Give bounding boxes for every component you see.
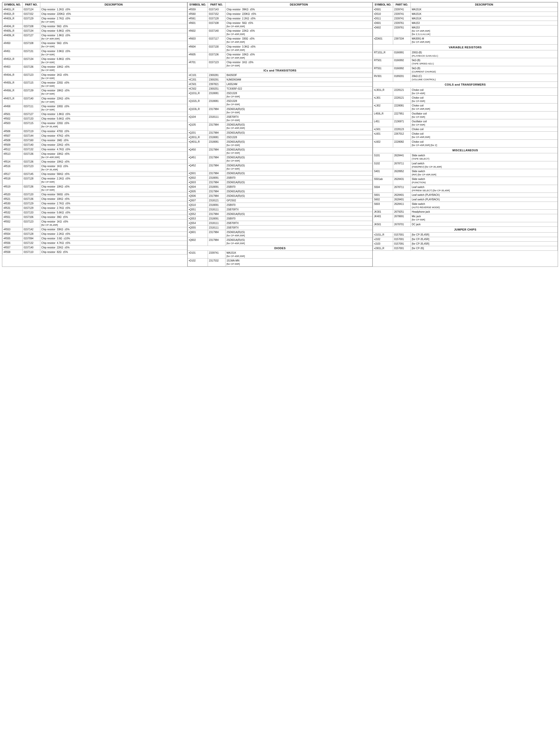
table-row: •R403L,R0157129Chip resistor 2.7KΩ ±5%[f…	[2, 16, 187, 24]
coils-section-header: COILS and TRANSFORMERS	[373, 82, 558, 88]
symbol-cell: •R531	[2, 206, 23, 210]
desc-cell: 2SD601A(R)/(S)	[225, 212, 372, 217]
symbol-cell: •R604	[188, 44, 208, 52]
desc-cell: MA153[for CP-45R,55R][for Z,S,V,AU,UK]	[411, 25, 558, 36]
symbol-cell: •R405L,R	[2, 28, 23, 33]
column-1: SYMBOL NO. PART NO. DESCRIPTION •R401L,R…	[2, 2, 188, 267]
desc-cell: 20kΩ·(C)(VOLUME CONTROL)	[411, 74, 558, 82]
col3-sym-header: SYMBOL NO.	[373, 2, 393, 7]
symbol-cell: •R502	[2, 117, 23, 121]
symbol-cell: •R403L,R	[2, 16, 23, 24]
table-row: •Q50623179842SD601A(R)/(S)	[188, 194, 372, 198]
symbol-cell: •Q101L,R	[188, 91, 208, 99]
table-row: •R5200157120Chip resistor 560Ω ±5%	[2, 192, 187, 197]
desc-cell: Chip resistor 220KΩ ±5%	[225, 11, 372, 16]
symbol-cell: •R517	[2, 172, 23, 176]
symbol-cell: •D102	[188, 258, 208, 266]
symbol-cell: •R532	[2, 210, 23, 215]
symbol-cell: RV301	[373, 74, 393, 82]
desc-cell: 2SB709TX	[225, 226, 372, 230]
symbol-cell: •R530	[2, 201, 23, 206]
part-cell: 0157110	[23, 250, 40, 254]
desc-cell: Leaf switch (PLAYBACK)	[411, 197, 558, 202]
symbol-cell: •Q103L,R	[188, 107, 208, 115]
symbol-cell: S501ab	[373, 177, 393, 185]
part-cell: 2628401	[393, 197, 411, 202]
col2-table: SYMBOL NO. PART NO. DESCRIPTION •R559015…	[188, 2, 372, 266]
table-row: •Q55323180912SB970	[188, 217, 372, 221]
desc-cell: Chip resistor 330Ω ±5%[for CP-45R,55R]	[225, 36, 372, 44]
symbol-cell: •D101	[188, 251, 208, 258]
part-cell: 2318091	[208, 217, 225, 221]
symbol-cell: •IC101	[188, 73, 208, 78]
table-row: •R5210157136Chip resistor 10KΩ ±5%	[2, 197, 187, 201]
desc-cell: Chip resistor 1.2KΩ ±5%	[40, 7, 187, 11]
table-row: •R5160157123Chip resistor 1KΩ ±5%[for CP…	[2, 164, 187, 172]
table-row: •Q50523179842SD601A(R)/(S)	[188, 189, 372, 194]
part-cell: 2317984	[208, 107, 225, 115]
part-cell: 0157127	[23, 33, 40, 41]
symbol-cell: S603	[373, 202, 393, 210]
desc-cell: NJM2063AM	[225, 78, 372, 82]
symbol-cell: •R409L,R	[2, 33, 23, 41]
desc-cell: 2SD601A(R)/(S)	[225, 180, 372, 185]
desc-cell: Chip resistor 1KΩ ±5%[for CP-35,45R]	[40, 220, 187, 227]
page-container: SYMBOL NO. PART NO. DESCRIPTION •R401L,R…	[2, 2, 558, 267]
table-row: •R5190157136Chip resistor 10KΩ ±5%[for C…	[2, 184, 187, 192]
part-cell: 0157091	[393, 241, 411, 246]
desc-cell: [for CP-35]	[411, 246, 558, 251]
jumper-section-header-row: JUMPER CHIPS	[373, 227, 558, 232]
desc-cell: Chip resistor 4.7KΩ ±5%	[40, 241, 187, 246]
table-row: •R5540157128Chip resistor 2.2KΩ ±5%	[2, 232, 187, 236]
desc-cell: 200Ω·(B)(PLAYBACK GAIN ADJ.)	[411, 50, 558, 58]
table-row: •R456L,R0157139Chip resistor 18KΩ ±5%[fo…	[2, 88, 187, 96]
desc-cell: 2SB970	[225, 203, 372, 207]
table-row: •R405L,R0157134Chip resistor 6.8KΩ ±5%	[2, 28, 187, 33]
symbol-cell: JK401	[373, 214, 393, 222]
desc-cell: 2SD1328	[225, 135, 372, 139]
desc-cell: 5kΩ·(B)(CURRENT CHARGE)	[411, 66, 558, 74]
symbol-cell: •R506	[2, 129, 23, 134]
symbol-cell: •R450	[2, 41, 23, 49]
table-row: •D1012339741MA151K[for CP-45R,55R]	[188, 251, 372, 258]
desc-cell: 2SD601A(R)/(S)[for CP-45R,55R]	[225, 238, 372, 246]
part-cell: 2339761	[393, 25, 411, 36]
symbol-cell: S401	[373, 169, 393, 177]
part-cell: 2318081	[208, 135, 225, 139]
table-row: •L3022228081Choke coil[for CP-45R,55R]	[373, 104, 558, 111]
symbol-cell: •R457L,R	[2, 96, 23, 104]
part-cell: 2318081	[208, 91, 225, 99]
desc-cell: Chip resistor 2.7KΩ ±5%	[40, 201, 187, 206]
table-row: •R5580157110Chip resistor 82Ω ±5%	[2, 250, 187, 254]
desc-cell: Choke coil[for CP-55R]	[411, 95, 558, 103]
table-row: •R409L,R0157127Chip resistor 1.8KΩ ±5%[f…	[2, 33, 187, 41]
symbol-cell: •Q301L,R	[188, 135, 208, 139]
desc-cell: Choke coil	[411, 127, 558, 132]
desc-cell: 2SD1328[for CP-55R]	[225, 99, 372, 107]
desc-cell: Chip resistor 2.2KΩ ±5%	[225, 16, 372, 21]
table-row: •R5060157119Chip resistor 470Ω ±5%	[2, 129, 187, 134]
desc-cell: Chip resistor 6.8KΩ ±5%[for CP-55R]	[40, 57, 187, 65]
symbol-cell: •R513	[2, 151, 23, 159]
part-cell: 2300251	[208, 87, 225, 91]
col2-header: SYMBOL NO. PART NO. DESCRIPTION	[188, 2, 372, 7]
part-cell: 2318111	[208, 221, 225, 226]
part-cell: 0157133	[23, 117, 40, 121]
varistor-section-header: VARIABLE RESISTORS	[373, 44, 558, 50]
symbol-cell: •Q601	[188, 230, 208, 238]
desc-cell: Chip resistor 10KΩ ±5%	[40, 197, 187, 201]
desc-cell: TC9305F-022	[225, 87, 372, 91]
desc-cell: Oscillator coil[for CP-55R]	[411, 111, 558, 119]
table-row: •Q60223179842SD601A(R)/(S)[for CP-45R,55…	[188, 238, 372, 246]
table-row: •Q51023180912SB970	[188, 203, 372, 207]
desc-cell: Leaf switch(FWD/REV) [for CP-35,45R]	[411, 161, 558, 169]
table-row: •R6020157140Chip resistor 22KΩ ±5%[for C…	[188, 28, 372, 36]
table-row: •IC2012300291NJM2063AM	[188, 78, 372, 82]
symbol-cell: •Q105	[188, 122, 208, 131]
diodes-section-header: DIODES	[188, 246, 372, 251]
part-cell: 2317984	[208, 155, 225, 163]
table-row: •Q55523181112SB709TX	[188, 226, 372, 230]
table-row: •R5020157133Chip resistor 5.6KΩ ±5%	[2, 117, 187, 121]
symbol-cell: L451	[373, 119, 393, 127]
symbol-cell: •R516	[2, 164, 23, 172]
